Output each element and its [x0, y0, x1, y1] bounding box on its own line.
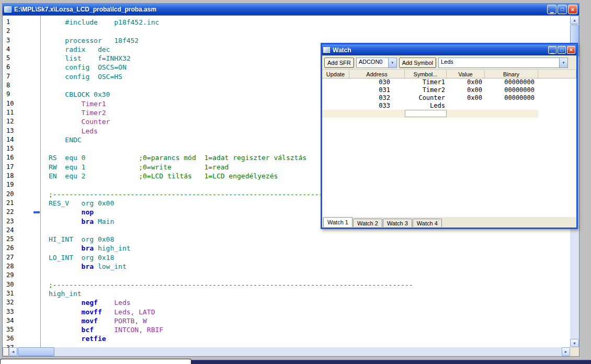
table-cell[interactable]: Leds	[405, 102, 447, 110]
line-number: 19	[6, 180, 40, 189]
table-cell[interactable]	[322, 86, 349, 94]
code-line: ;---------------------------------------…	[49, 280, 570, 289]
table-cell[interactable]	[322, 78, 349, 86]
column-header-update[interactable]: Update	[322, 70, 349, 78]
background-window-left-edge[interactable]	[0, 359, 191, 364]
splitter-box[interactable]	[3, 347, 9, 356]
table-cell[interactable]: 00000000	[485, 78, 538, 86]
tab-watch-4[interactable]: Watch 4	[413, 219, 442, 227]
watch-close-button[interactable]: ×	[567, 46, 575, 54]
sfr-combobox[interactable]: ADCON0 ▼	[356, 58, 397, 68]
table-cell[interactable]: 030	[349, 78, 405, 86]
column-header-address[interactable]: Address	[349, 70, 405, 78]
table-cell[interactable]	[538, 102, 576, 110]
table-cell[interactable]: 00000000	[485, 94, 538, 102]
watch-minimize-button[interactable]: ▁	[548, 46, 556, 54]
line-number: 21	[6, 199, 40, 208]
close-button[interactable]: ×	[568, 5, 577, 14]
table-row[interactable]: 031Timer20x0000000000	[322, 86, 576, 94]
watch-table: UpdateAddressSymbol...ValueBinary 030Tim…	[322, 70, 576, 217]
editor-titlebar[interactable]: E:\MPL\Sk7.x\Lozsa_LCD_proba\lcd_proba.a…	[3, 4, 579, 15]
watch-window-controls: ▁ □ ×	[548, 46, 575, 54]
code-line: negf Leds	[49, 298, 570, 307]
line-number: 18	[6, 172, 40, 180]
table-row[interactable]: 033Leds	[322, 102, 576, 110]
line-number: 6	[6, 63, 40, 72]
line-number: 10	[6, 99, 40, 108]
horizontal-scroll-track[interactable]	[17, 347, 562, 356]
table-cell[interactable]	[538, 78, 576, 86]
add-sfr-button[interactable]: Add SFR	[324, 58, 354, 68]
table-cell[interactable]: 0x00	[447, 94, 485, 102]
document-icon	[4, 6, 12, 13]
line-number: 12	[6, 117, 40, 126]
table-cell[interactable]: Timer2	[405, 86, 447, 94]
code-line: movf PORTB, W	[49, 316, 570, 325]
line-number: 36	[6, 334, 40, 343]
code-line	[49, 271, 570, 280]
column-header-binary[interactable]: Binary	[485, 70, 538, 78]
table-row[interactable]: 030Timer10x0000000000	[322, 78, 576, 86]
table-cell[interactable]: 031	[349, 86, 405, 94]
tab-watch-2[interactable]: Watch 2	[353, 219, 382, 227]
table-cell[interactable]	[538, 86, 576, 94]
chevron-down-icon[interactable]: ▼	[559, 58, 567, 67]
background-window-right-edge[interactable]	[191, 360, 591, 364]
table-cell[interactable]: 033	[349, 102, 405, 110]
watch-titlebar[interactable]: Watch ▁ □ ×	[322, 44, 576, 55]
table-cell[interactable]: 032	[349, 94, 405, 102]
scroll-up-button[interactable]: ▲	[570, 16, 579, 24]
line-number: 25	[6, 235, 40, 244]
table-cell[interactable]	[447, 102, 485, 110]
line-number: 35	[6, 325, 40, 334]
tab-watch-1[interactable]: Watch 1	[323, 217, 353, 227]
line-number: 8	[6, 81, 40, 90]
line-number: 13	[6, 127, 40, 135]
line-number: 29	[6, 271, 40, 280]
watch-table-body: 030Timer10x0000000000031Timer20x00000000…	[322, 78, 576, 110]
scroll-right-button[interactable]: ►	[562, 347, 570, 356]
line-number-gutter[interactable]: 1234567891011121314151617181920212223242…	[3, 16, 41, 347]
horizontal-scroll-thumb[interactable]	[18, 347, 54, 356]
sfr-combobox-value: ADCON0	[357, 58, 388, 67]
table-cell[interactable]	[322, 102, 349, 110]
line-number: 27	[6, 253, 40, 262]
table-cell[interactable]	[485, 102, 538, 110]
watch-tab-bar: Watch 1Watch 2Watch 3Watch 4	[322, 217, 576, 228]
column-header-symbol[interactable]: Symbol...	[405, 70, 447, 78]
table-cell[interactable]: 00000000	[485, 86, 538, 94]
table-cell[interactable]: 0x00	[447, 86, 485, 94]
watch-maximize-button[interactable]: □	[558, 46, 566, 54]
line-number: 34	[6, 316, 40, 325]
table-cell[interactable]: Counter	[405, 94, 447, 102]
scroll-down-button[interactable]: ▼	[570, 339, 579, 347]
table-cell[interactable]: 0x00	[447, 78, 485, 86]
column-header-value[interactable]: Value	[447, 70, 485, 78]
column-header-filler	[538, 70, 576, 78]
line-number: 7	[6, 72, 40, 81]
tab-watch-3[interactable]: Watch 3	[383, 219, 412, 227]
add-symbol-button[interactable]: Add Symbol	[399, 58, 436, 68]
horizontal-scrollbar[interactable]: ◄ ►	[3, 347, 570, 356]
new-symbol-edit-cell[interactable]	[405, 110, 447, 117]
minimize-button[interactable]: ▁	[547, 5, 556, 14]
line-number: 16	[6, 153, 40, 162]
new-watch-entry-row[interactable]	[322, 110, 576, 118]
table-cell[interactable]	[322, 94, 349, 102]
line-number: 32	[6, 298, 40, 307]
table-cell[interactable]: Timer1	[405, 78, 447, 86]
scrollbar-corner	[570, 347, 579, 356]
watch-icon	[323, 47, 330, 53]
code-line: movff Leds, LATD	[49, 308, 570, 316]
line-number: 31	[6, 289, 40, 298]
current-line-marker	[33, 211, 40, 213]
chevron-down-icon[interactable]: ▼	[388, 58, 396, 67]
symbol-combobox[interactable]: Leds ▼	[438, 58, 568, 68]
table-row[interactable]: 032Counter0x0000000000	[322, 94, 576, 102]
maximize-button[interactable]: □	[558, 5, 567, 14]
line-number: 20	[6, 190, 40, 199]
scroll-left-button[interactable]: ◄	[9, 347, 17, 356]
code-line: bra high_int	[49, 244, 570, 253]
code-line: bra low_int	[49, 262, 570, 271]
table-cell[interactable]	[538, 94, 576, 102]
